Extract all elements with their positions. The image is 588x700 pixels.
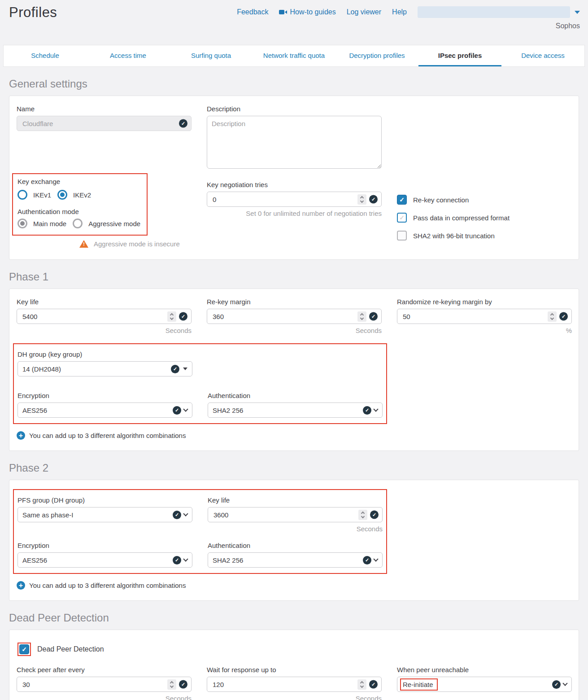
checkbox-rekey-connection[interactable]: ✓ Re-key connection: [397, 195, 572, 205]
dpd-card: ✓ Dead Peer Detection Check peer after e…: [9, 630, 579, 700]
valid-check-icon: ✓: [179, 119, 187, 128]
peer-unreachable-label: When peer unreachable: [397, 666, 572, 674]
p2-encryption-select[interactable]: AES256 ✓: [17, 552, 192, 568]
number-stepper[interactable]: [167, 679, 176, 690]
chevron-down-icon: [183, 407, 188, 411]
check-peer-field[interactable]: ✓: [17, 677, 192, 692]
chevron-down-icon: [562, 681, 567, 686]
howto-guides-link[interactable]: How-to guides: [279, 8, 335, 16]
feedback-link[interactable]: Feedback: [237, 8, 268, 16]
p1-randomize-field[interactable]: ✓: [397, 309, 572, 324]
valid-check-icon: ✓: [369, 680, 378, 689]
dropdown-caret-icon: [183, 368, 187, 370]
dpd-heading: Dead Peer Detection: [0, 612, 588, 624]
page-header: Profiles Feedback How-to guides Log view…: [0, 0, 588, 43]
p1-rekey-margin-field[interactable]: ✓: [207, 309, 382, 324]
chevron-down-icon: [183, 556, 188, 561]
number-stepper[interactable]: [167, 311, 176, 322]
number-stepper[interactable]: [357, 194, 366, 205]
p2-authentication-select[interactable]: SHA2 256 ✓: [208, 552, 383, 568]
chevron-down-icon: [183, 511, 188, 516]
phase1-heading: Phase 1: [0, 271, 588, 283]
chevron-down-icon: [373, 407, 378, 411]
tab-decryption-profiles[interactable]: Decryption profiles: [335, 45, 418, 66]
radio-main-mode[interactable]: Main mode: [17, 219, 66, 228]
account-selector[interactable]: [418, 6, 580, 18]
dpd-checkbox[interactable]: ✓: [19, 644, 29, 654]
number-stepper[interactable]: [358, 510, 367, 520]
dpd-checkbox-highlight-box: ✓: [17, 643, 31, 656]
p2-authentication-label: Authentication: [208, 542, 383, 549]
p1-rekey-margin-unit: Seconds: [207, 327, 382, 334]
help-link[interactable]: Help: [392, 8, 407, 16]
valid-check-icon: ✓: [179, 312, 187, 321]
phase2-heading: Phase 2: [0, 462, 588, 474]
description-textarea[interactable]: [207, 116, 382, 169]
p1-dh-group-label: DH group (key group): [17, 350, 386, 358]
radio-icon: [17, 190, 27, 200]
tab-ipsec-profiles[interactable]: IPsec profiles: [418, 45, 501, 66]
p2-key-life-field[interactable]: ✓: [208, 507, 383, 522]
valid-check-icon: ✓: [173, 556, 181, 564]
p2-pfs-group-select[interactable]: Same as phase-I ✓: [17, 507, 192, 522]
tab-schedule[interactable]: Schedule: [4, 45, 87, 66]
phase2-highlight-box: PFS group (DH group) Same as phase-I ✓ K…: [13, 489, 387, 574]
wait-response-field[interactable]: ✓: [207, 677, 382, 692]
p1-randomize-input[interactable]: [402, 312, 567, 321]
radio-selected-icon: [57, 190, 67, 200]
p2-key-life-input[interactable]: [213, 511, 378, 519]
valid-check-icon: ✓: [363, 556, 371, 564]
key-negotiation-input[interactable]: [212, 195, 377, 204]
p1-dh-group-select[interactable]: 14 (DH2048) ✓: [17, 361, 192, 376]
number-stepper[interactable]: [357, 679, 366, 690]
p1-authentication-label: Authentication: [208, 392, 383, 399]
number-stepper[interactable]: [548, 311, 557, 322]
radio-ikev2[interactable]: IKEv2: [57, 190, 91, 200]
valid-check-icon: ✓: [363, 406, 371, 415]
tab-access-time[interactable]: Access time: [87, 45, 170, 66]
redacted-account-name: [418, 6, 570, 18]
valid-check-icon: ✓: [552, 680, 561, 689]
number-stepper[interactable]: [357, 311, 366, 322]
key-negotiation-label: Key negotiation tries: [207, 181, 382, 188]
chevron-down-icon: [373, 556, 378, 561]
p1-rekey-margin-label: Re-key margin: [207, 298, 382, 306]
check-peer-input[interactable]: [22, 680, 187, 689]
reinitiate-highlight-box: Re-initiate: [400, 678, 438, 691]
valid-check-icon: ✓: [559, 312, 568, 321]
p1-authentication-select[interactable]: SHA2 256 ✓: [208, 402, 383, 418]
p1-randomize-label: Randomize re-keying margin by: [397, 298, 572, 306]
radio-disabled-icon: [73, 219, 83, 228]
add-icon[interactable]: +: [17, 581, 25, 590]
check-peer-label: Check peer after every: [17, 666, 192, 674]
tab-network-traffic-quota[interactable]: Network traffic quota: [253, 45, 335, 66]
name-input: [22, 119, 187, 128]
key-negotiation-field[interactable]: ✓: [207, 192, 382, 207]
p1-key-life-field[interactable]: ✓: [17, 309, 192, 324]
log-viewer-link[interactable]: Log viewer: [347, 8, 381, 16]
checkbox-sha2-truncation[interactable]: SHA2 with 96-bit truncation: [397, 231, 572, 241]
checkbox-unchecked-icon: [397, 231, 407, 241]
radio-aggressive-mode[interactable]: Aggressive mode: [73, 219, 140, 228]
p2-key-life-unit: Seconds: [208, 525, 383, 533]
p1-key-life-input[interactable]: [22, 312, 187, 321]
check-peer-unit: Seconds: [17, 695, 192, 700]
checkbox-checked-icon: ✓: [397, 195, 407, 205]
checkbox-compressed-format[interactable]: ✓ Pass data in compressed format: [397, 213, 572, 223]
general-settings-card: Name ✓ Key exchange IKEv1 IKEv2: [9, 96, 579, 260]
valid-check-icon: ✓: [370, 511, 379, 519]
tab-surfing-quota[interactable]: Surfing quota: [170, 45, 253, 66]
general-settings-heading: General settings: [0, 78, 588, 90]
p1-add-combination-note: You can add up to 3 different algorithm …: [29, 432, 186, 439]
p1-randomize-unit: %: [397, 327, 572, 334]
p1-encryption-select[interactable]: AES256 ✓: [17, 402, 192, 418]
wait-response-input[interactable]: [212, 680, 377, 689]
add-icon[interactable]: +: [17, 431, 25, 440]
peer-unreachable-select[interactable]: Re-initiate ✓: [397, 677, 572, 692]
p2-encryption-label: Encryption: [17, 542, 192, 549]
radio-ikev1[interactable]: IKEv1: [17, 190, 51, 200]
p1-rekey-margin-input[interactable]: [212, 312, 377, 321]
dpd-checkbox-label: Dead Peer Detection: [37, 645, 104, 653]
tab-device-access[interactable]: Device access: [501, 45, 584, 66]
key-exchange-label: Key exchange: [17, 178, 147, 185]
